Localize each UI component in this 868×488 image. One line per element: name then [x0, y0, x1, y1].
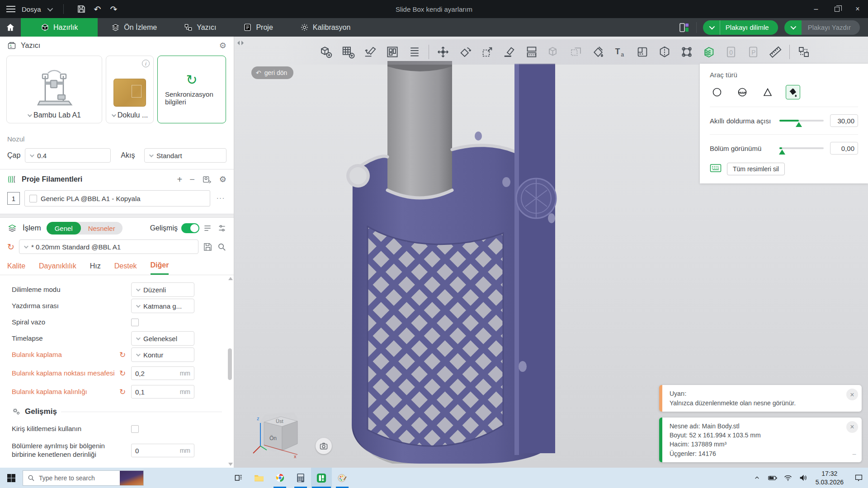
- back-button[interactable]: ↶ geri dön: [251, 66, 293, 79]
- reset-value-icon[interactable]: ↻: [119, 350, 131, 360]
- tab-support[interactable]: Destek: [114, 262, 137, 274]
- tab-calibration[interactable]: Kalibrasyon: [287, 18, 364, 37]
- model-main-body[interactable]: [343, 55, 569, 468]
- printer-settings-gear-icon[interactable]: ⚙: [219, 41, 226, 51]
- action-center-button[interactable]: [849, 468, 868, 488]
- taskbar-search-input[interactable]: Type here to search: [23, 470, 144, 486]
- close-icon[interactable]: ×: [846, 421, 858, 433]
- assembly-icon[interactable]: [796, 44, 812, 60]
- seam-paint-icon[interactable]: [679, 44, 695, 60]
- filament-select[interactable]: Generic PLA @BBL A1 - Kopyala: [24, 190, 210, 206]
- restore-button[interactable]: [826, 0, 847, 18]
- reset-value-icon[interactable]: ↻: [119, 387, 131, 397]
- beam-interlocking-checkbox[interactable]: [131, 425, 139, 433]
- add-plate-icon[interactable]: [340, 44, 356, 60]
- ams-sync-icon[interactable]: [202, 175, 212, 184]
- volume-icon[interactable]: [797, 468, 810, 488]
- nozzle-diameter-select[interactable]: 0.4: [25, 148, 111, 163]
- tray-chevron-icon[interactable]: [750, 468, 764, 488]
- triangle-tool[interactable]: [760, 85, 775, 99]
- support-paint-icon[interactable]: [590, 44, 606, 60]
- cut-tool-icon[interactable]: [656, 44, 673, 60]
- place-on-face-icon[interactable]: [501, 44, 518, 60]
- slider-marker[interactable]: [796, 122, 802, 127]
- bambu-studio-button[interactable]: [311, 468, 332, 488]
- process-mode-switch[interactable]: Genel Nesneler: [47, 222, 123, 235]
- advanced-toggle[interactable]: [181, 223, 199, 233]
- clock[interactable]: 17:32 5.03.2026: [812, 469, 847, 487]
- filament-color-checkbox[interactable]: [29, 195, 37, 202]
- text-tool-icon[interactable]: Ta: [612, 44, 628, 60]
- close-icon[interactable]: ×: [846, 389, 858, 400]
- plate-card[interactable]: i Dokulu ...: [106, 56, 154, 123]
- rotate-icon[interactable]: [457, 44, 473, 60]
- delete-all-paint-button[interactable]: Tüm resimleri sil: [727, 163, 785, 175]
- smart-fill-angle-value[interactable]: 30,00: [830, 114, 858, 127]
- tab-strength[interactable]: Dayanıklılık: [39, 262, 76, 274]
- mode-global[interactable]: Genel: [47, 222, 81, 235]
- scroll-up-arrow[interactable]: [228, 277, 233, 280]
- color-paint-icon[interactable]: [634, 44, 651, 60]
- slicing-mode-select[interactable]: Düzenli: [131, 282, 194, 297]
- auto-orient-icon[interactable]: [362, 44, 378, 60]
- section-view-value[interactable]: 0,00: [830, 142, 858, 155]
- tab-speed[interactable]: Hız: [90, 262, 101, 274]
- interlocking-depth-input[interactable]: 0mm: [131, 444, 194, 457]
- measure-icon[interactable]: [767, 44, 783, 60]
- reset-preset-icon[interactable]: ↻: [7, 243, 14, 251]
- fuzzy-thickness-input[interactable]: 0,1mm: [131, 385, 194, 399]
- section-view-slider[interactable]: [779, 147, 824, 149]
- sphere-brush-tool[interactable]: [735, 85, 750, 99]
- search-highlight-image[interactable]: [120, 471, 143, 485]
- layer-list-icon[interactable]: [406, 44, 423, 60]
- reset-value-icon[interactable]: ↻: [119, 369, 131, 378]
- undo-button[interactable]: ↶: [92, 3, 104, 15]
- fill-tool[interactable]: [786, 85, 800, 99]
- scrollbar-thumb[interactable]: [228, 348, 232, 380]
- print-plate-button[interactable]: Plakayı Yazdır: [784, 20, 860, 35]
- file-explorer-button[interactable]: [249, 468, 269, 488]
- tab-device[interactable]: Yazıcı: [170, 18, 230, 37]
- close-button[interactable]: ×: [847, 0, 868, 18]
- process-preset-select[interactable]: * 0.20mm Standard @BBL A1: [19, 239, 198, 254]
- sync-info-card[interactable]: ↻ Senkronizasyon bilgileri: [157, 56, 226, 123]
- navigation-cube[interactable]: Üst Ön x z: [247, 403, 315, 464]
- view-all-settings-icon[interactable]: [203, 224, 212, 233]
- fuzzy-skin-paint-icon[interactable]: [701, 44, 717, 60]
- tune-settings-icon[interactable]: [217, 224, 226, 233]
- scale-icon[interactable]: [479, 44, 495, 60]
- panel-splitter-handle[interactable]: [237, 40, 244, 46]
- snapshot-camera-button[interactable]: [316, 438, 332, 454]
- tab-others[interactable]: Diğer: [151, 261, 169, 275]
- spiral-vase-checkbox[interactable]: [131, 319, 139, 326]
- add-object-icon[interactable]: [318, 44, 334, 60]
- slice-plate-button[interactable]: Plakayı dilimle: [703, 20, 778, 35]
- nozzle-flow-select[interactable]: Standart: [144, 148, 226, 163]
- save-preset-icon[interactable]: [203, 242, 212, 252]
- slider-marker[interactable]: [779, 150, 785, 155]
- settings-scrollbar[interactable]: [227, 275, 233, 468]
- battery-icon[interactable]: [766, 468, 779, 488]
- filament-settings-gear-icon[interactable]: ⚙: [219, 174, 226, 184]
- tab-project[interactable]: Proje: [230, 18, 286, 37]
- mode-objects[interactable]: Nesneler: [81, 225, 123, 232]
- remove-filament-button[interactable]: −: [189, 174, 195, 185]
- info-icon[interactable]: i: [142, 60, 150, 67]
- task-view-button[interactable]: [228, 468, 249, 488]
- tab-preview[interactable]: Ön İzleme: [98, 18, 170, 37]
- search-settings-icon[interactable]: [217, 242, 226, 252]
- filament-more-button[interactable]: ···: [215, 192, 226, 204]
- start-button[interactable]: [0, 468, 23, 488]
- plate-settings-icon[interactable]: [678, 22, 690, 33]
- minimize-note-icon[interactable]: −: [852, 449, 856, 460]
- fuzzy-skin-select[interactable]: Kontur: [131, 347, 194, 362]
- arrange-icon[interactable]: [384, 44, 401, 60]
- smart-fill-angle-slider[interactable]: [779, 120, 824, 122]
- tab-prepare[interactable]: Hazırlık: [21, 18, 98, 37]
- viewport-3d[interactable]: Ta 0 P ↶ geri dön Araç türü: [234, 37, 868, 468]
- timelapse-select[interactable]: Geleneksel: [131, 331, 194, 346]
- home-button[interactable]: [0, 18, 21, 37]
- slice-options-chevron[interactable]: [703, 20, 720, 35]
- print-order-select[interactable]: Katmana g...: [131, 299, 194, 313]
- printer-card[interactable]: Bambu Lab A1: [6, 56, 102, 123]
